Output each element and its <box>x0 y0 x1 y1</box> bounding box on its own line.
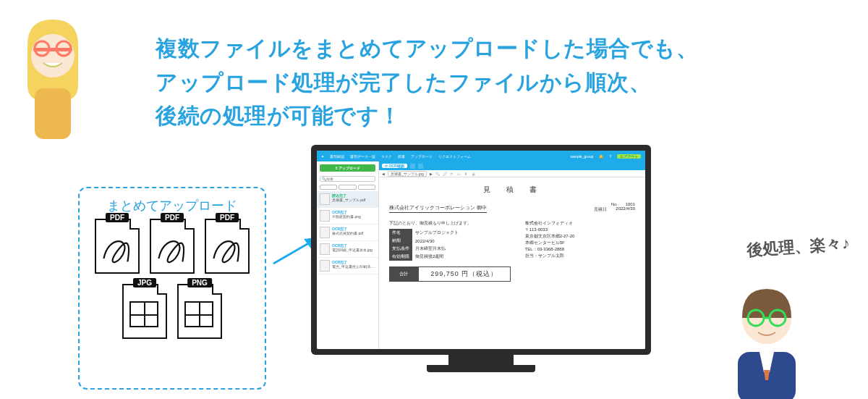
logout-button[interactable]: ログアウト <box>617 154 641 159</box>
viewer-toolbar: ⟳ OCR確認 <box>379 161 645 170</box>
avatar-woman <box>13 16 93 139</box>
company-addr: 東京都文京区本郷2-27-20 <box>525 233 635 240</box>
svg-rect-1 <box>33 48 72 51</box>
zoom-in-icon[interactable]: 🔍 <box>435 172 440 176</box>
row-value: 2022/4/30 <box>412 237 511 245</box>
speech-bubble: 後処理、楽々♪ <box>746 232 851 261</box>
sidebar-file-item[interactable]: OCR完了 株式売買契約書.pdf <box>317 224 378 241</box>
sidebar-file-item[interactable]: OCR完了 不動産契約書.png <box>317 208 378 224</box>
doc-recipient: 株式会社アイリックコーポレーション 御中 <box>389 204 487 213</box>
spreadsheet-icon <box>184 301 213 327</box>
file-type-badge: PNG <box>187 278 212 287</box>
search-placeholder: 検索 <box>326 177 333 181</box>
svg-point-0 <box>31 34 75 77</box>
sidebar-filter-row <box>320 185 375 190</box>
doc-lead-text: 下記のとおり、御見積もり申し上げます。 <box>389 220 511 227</box>
svg-rect-4 <box>35 88 71 139</box>
file-thumb-icon <box>320 193 330 205</box>
file-name-label: 株式売買契約書.pdf <box>332 231 375 235</box>
doc-total-row: 合計 299,750 円（税込） <box>389 266 511 282</box>
toolbar-button[interactable] <box>418 164 423 169</box>
app-screen: ✦ 書類確認 書類データ一覧 タスク 辞書 アップロード リクエストフォーム s… <box>317 151 645 349</box>
file-sidebar: ↥ アップロード 🔍 検索 読込完了 見積書_サンプ <box>317 161 379 349</box>
table-row: 支払条件月末締翌月末払 <box>389 245 511 253</box>
monitor-illustration: ✦ 書類確認 書類データ一覧 タスク 辞書 アップロード リクエストフォーム s… <box>311 145 651 391</box>
table-row: 有効期限御見積後2週間 <box>389 253 511 261</box>
download-icon[interactable]: ⬇ <box>464 172 469 176</box>
doc-meta-value: 2022/4/30 <box>616 206 635 213</box>
document-viewer: ⟳ OCR確認 ◀ 見積書_サンプル.jpg ▶ 🔍 🔎 ⟳ ▭ ⬇ 🖨 <box>379 161 645 349</box>
doc-meta-label: 見積日 <box>594 206 607 213</box>
current-file-chip[interactable]: 見積書_サンプル.jpg <box>388 171 427 177</box>
file-thumb-icon <box>320 210 330 222</box>
company-bldg: 本郷センタービル5F <box>525 240 635 246</box>
nav-item[interactable]: 書類データ一覧 <box>350 154 375 159</box>
row-value: 月末締翌月末払 <box>412 245 511 253</box>
sidebar-file-item[interactable]: 読込完了 見積書_サンプル.pdf <box>317 191 378 208</box>
rotate-icon[interactable]: ⟳ <box>450 172 454 176</box>
file-type-badge: PDF <box>106 213 129 222</box>
ocr-status-chip[interactable]: ⟳ OCR確認 <box>382 164 407 168</box>
row-key: 支払条件 <box>389 245 412 253</box>
user-label: sample_group <box>571 154 594 159</box>
headline-line: 後続の処理が可能です！ <box>156 99 698 133</box>
filter-chip[interactable] <box>320 185 337 190</box>
file-type-badge: PDF <box>161 213 184 222</box>
nav-item[interactable]: 書類確認 <box>330 154 344 159</box>
quotation-document: 見 積 書 株式会社アイリックコーポレーション 御中 No 1001 見積日 <box>379 177 645 349</box>
file-upload-item: PDF <box>150 219 195 274</box>
fit-icon[interactable]: ▭ <box>457 172 461 176</box>
total-value: 299,750 円（税込） <box>418 266 511 282</box>
file-name-label: 不動産契約書.png <box>332 214 375 219</box>
app-topbar: ✦ 書類確認 書類データ一覧 タスク 辞書 アップロード リクエストフォーム s… <box>317 151 645 161</box>
upload-button[interactable]: ↥ アップロード <box>320 164 375 172</box>
row-value: サンプルプロジェクト <box>412 229 511 237</box>
company-tel: TEL：03-3368-2888 <box>525 246 635 253</box>
avatar-man <box>716 276 817 399</box>
doc-company-block: 株式会社インフォディオ 〒113-0033 東京都文京区本郷2-27-20 本郷… <box>525 220 635 282</box>
company-name: 株式会社インフォディオ <box>525 220 635 227</box>
viewer-breadcrumb: ◀ 見積書_サンプル.jpg ▶ 🔍 🔎 ⟳ ▭ ⬇ 🖨 <box>379 170 645 177</box>
file-name-label: 見積書_サンプル.pdf <box>332 198 375 202</box>
hero-headline: 複数ファイルをまとめてアップロードした場合でも、 アップロード処理が完了したファ… <box>156 32 698 133</box>
nav-item[interactable]: 辞書 <box>398 154 405 159</box>
file-upload-item: PNG <box>177 284 222 339</box>
app-logo-icon: ✦ <box>321 154 324 159</box>
print-icon[interactable]: 🖨 <box>472 172 476 176</box>
chevron-left-icon[interactable]: ◀ <box>382 172 385 176</box>
file-thumb-icon <box>320 227 330 238</box>
doc-meta: No 1001 見積日 2022/4/30 <box>594 202 635 213</box>
zoom-out-icon[interactable]: 🔎 <box>443 172 447 176</box>
file-name-label: 電力_申込書控え印刷済.pdf <box>332 264 375 269</box>
svg-line-5 <box>273 242 311 264</box>
nav-item[interactable]: タスク <box>381 154 392 159</box>
sidebar-search-input[interactable]: 🔍 検索 <box>320 176 375 182</box>
table-row: 件名サンプルプロジェクト <box>389 229 511 237</box>
doc-title: 見 積 書 <box>389 185 635 195</box>
nav-item[interactable]: リクエストフォーム <box>438 154 471 159</box>
doc-details-table: 件名サンプルプロジェクト 納期2022/4/30 支払条件月末締翌月末払 有効期… <box>389 229 511 261</box>
row-value: 御見積後2週間 <box>412 253 511 261</box>
file-upload-item: JPG <box>122 284 167 339</box>
file-thumb-icon <box>320 260 330 272</box>
nav-item[interactable]: アップロード <box>411 154 433 159</box>
chevron-right-icon[interactable]: ▶ <box>430 172 433 176</box>
bell-icon[interactable]: 🔔 <box>599 154 603 159</box>
headline-line: アップロード処理が完了したファイルから順次、 <box>156 66 698 100</box>
file-thumb-icon <box>320 243 330 255</box>
file-upload-item: PDF <box>95 219 140 274</box>
company-zip: 〒113-0033 <box>525 227 635 233</box>
file-type-badge: PDF <box>216 213 239 222</box>
filter-chip[interactable] <box>339 185 356 190</box>
file-name-label: 電話回線_申込書原本.jpg <box>332 248 375 252</box>
sidebar-file-item[interactable]: OCR完了 電力_申込書控え印刷済.pdf <box>317 258 378 274</box>
row-key: 有効期限 <box>389 253 412 261</box>
total-label: 合計 <box>389 266 418 282</box>
toolbar-button[interactable] <box>410 164 415 169</box>
row-key: 納期 <box>389 237 412 245</box>
filter-chip[interactable] <box>358 185 375 190</box>
table-row: 納期2022/4/30 <box>389 237 511 245</box>
sidebar-file-item[interactable]: OCR完了 電話回線_申込書原本.jpg <box>317 241 378 258</box>
spreadsheet-icon <box>129 301 158 327</box>
help-icon[interactable]: ? <box>609 154 611 159</box>
